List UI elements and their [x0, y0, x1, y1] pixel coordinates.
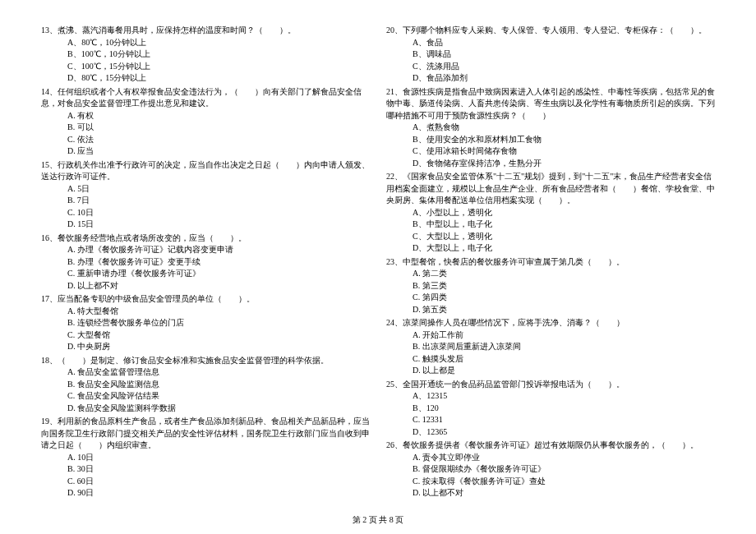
option-item: A. 办理《餐饮服务许可证》记载内容变更申请: [67, 244, 370, 256]
option-item: C、洗涤用品: [413, 61, 715, 73]
option-item: C. 重新申请办理《餐饮服务许可证》: [67, 268, 370, 280]
options-list: A、小型以上，透明化B、中型以上，电子化C、大型以上，透明化D、大型以上，电子化: [386, 207, 715, 255]
option-item: C、大型以上，透明化: [413, 231, 715, 243]
option-item: D. 以上都是: [413, 365, 715, 377]
option-item: A. 开始工作前: [413, 329, 715, 342]
option-item: B. 连锁经营餐饮服务单位的门店: [67, 317, 370, 329]
options-list: A. 食品安全监督管理信息B. 食品安全风险监测信息C. 食品安全风险评估结果D…: [41, 366, 370, 414]
question-text: 26、餐饮服务提供者《餐饮服务许可证》超过有效期限仍从事餐饮服务的，（ ）。: [386, 440, 715, 452]
question-text: 21、食源性疾病是指食品中致病因素进入人体引起的感染性、中毒性等疾病，包括常见的…: [386, 86, 715, 122]
option-item: C. 60日: [67, 476, 370, 488]
option-item: B、中型以上，电子化: [413, 219, 715, 231]
option-item: C. 按未取得《餐饮服务许可证》查处: [413, 476, 715, 488]
option-item: C、100℃，15分钟以上: [67, 61, 370, 73]
options-list: A. 10日B. 30日C. 60日D. 90日: [41, 452, 370, 499]
option-item: D、食物储存室保持洁净，生熟分开: [413, 158, 715, 170]
option-item: B. 食品安全风险监测信息: [67, 379, 370, 391]
option-item: C. 12331: [413, 414, 715, 426]
option-item: B. 可以: [67, 122, 370, 134]
option-item: C. 依法: [67, 134, 370, 146]
question-text: 19、利用新的食品原料生产食品，或者生产食品添加剂新品种、食品相关产品新品种，应…: [41, 416, 370, 452]
options-list: A. 办理《餐饮服务许可证》记载内容变更申请B. 办理《餐饮服务许可证》变更手续…: [41, 244, 370, 292]
option-item: D、食品添加剂: [413, 72, 715, 85]
question-20: 20、下列哪个物料应专人采购、专人保管、专人领用、专人登记、专柜保存：（ ）。A…: [386, 25, 715, 85]
question-text: 13、煮沸、蒸汽消毒餐用具时，应保持怎样的温度和时间？（ ）。: [41, 25, 370, 37]
option-item: A. 第二类: [413, 268, 715, 280]
option-item: C. 第四类: [413, 292, 715, 304]
question-26: 26、餐饮服务提供者《餐饮服务许可证》超过有效期限仍从事餐饮服务的，（ ）。A.…: [386, 440, 715, 499]
options-list: A. 有权B. 可以C. 依法D. 应当: [41, 110, 370, 158]
question-14: 14、任何组织或者个人有权举报食品安全违法行为，（ ）向有关部门了解食品安全信息…: [41, 86, 370, 158]
option-item: D. 15日: [67, 219, 370, 231]
question-13: 13、煮沸、蒸汽消毒餐用具时，应保持怎样的温度和时间？（ ）。A、80℃，10分…: [41, 25, 370, 85]
option-item: B. 出凉菜间后重新进入凉菜间: [413, 341, 715, 353]
document-content: 13、煮沸、蒸汽消毒餐用具时，应保持怎样的温度和时间？（ ）。A、80℃，10分…: [41, 25, 715, 501]
options-list: A. 5日B. 7日C. 10日D. 15日: [41, 183, 370, 231]
option-item: A. 有权: [67, 110, 370, 122]
option-item: D. 第五类: [413, 304, 715, 316]
options-list: A. 特大型餐馆B. 连锁经营餐饮服务单位的门店C. 大型餐馆D. 中央厨房: [41, 306, 370, 353]
left-column: 13、煮沸、蒸汽消毒餐用具时，应保持怎样的温度和时间？（ ）。A、80℃，10分…: [41, 25, 370, 501]
question-text: 23、中型餐馆，快餐店的餐饮服务许可审查属于第几类（ ）。: [386, 256, 715, 269]
option-item: B. 第三类: [413, 280, 715, 292]
question-15: 15、行政机关作出准予行政许可的决定，应当自作出决定之日起（ ）内向申请人颁发、…: [41, 159, 370, 231]
option-item: D. 中央厨房: [67, 341, 370, 353]
options-list: A、80℃，10分钟以上B、100℃，10分钟以上C、100℃，15分钟以上D、…: [41, 37, 370, 85]
option-item: C. 10日: [67, 207, 370, 219]
option-item: C. 食品安全风险评估结果: [67, 390, 370, 403]
option-item: B. 督促限期续办《餐饮服务许可证》: [413, 463, 715, 476]
options-list: A. 责令其立即停业B. 督促限期续办《餐饮服务许可证》C. 按未取得《餐饮服务…: [386, 452, 715, 499]
option-item: C. 触摸头发后: [413, 353, 715, 366]
question-text: 15、行政机关作出准予行政许可的决定，应当自作出决定之日起（ ）内向申请人颁发、…: [41, 159, 370, 183]
option-item: A、煮熟食物: [413, 122, 715, 134]
option-item: A、食品: [413, 37, 715, 49]
option-item: A. 10日: [67, 452, 370, 464]
option-item: A. 食品安全监督管理信息: [67, 366, 370, 379]
option-item: B、100℃，10分钟以上: [67, 48, 370, 61]
option-item: B、120: [413, 403, 715, 415]
option-item: D. 食品安全风险监测科学数据: [67, 403, 370, 415]
question-19: 19、利用新的食品原料生产食品，或者生产食品添加剂新品种、食品相关产品新品种，应…: [41, 416, 370, 499]
option-item: A. 特大型餐馆: [67, 306, 370, 318]
option-item: D、大型以上，电子化: [413, 242, 715, 255]
option-item: B. 30日: [67, 463, 370, 476]
option-item: B、使用安全的水和原材料加工食物: [413, 134, 715, 146]
question-text: 14、任何组织或者个人有权举报食品安全违法行为，（ ）向有关部门了解食品安全信息…: [41, 86, 370, 110]
option-item: A、小型以上，透明化: [413, 207, 715, 219]
question-text: 22、《国家食品安全监管体系"十二五"规划》提到，到"十二五"末，食品生产经营者…: [386, 171, 715, 207]
options-list: A、食品B、调味品C、洗涤用品D、食品添加剂: [386, 37, 715, 85]
option-item: A、12315: [413, 390, 715, 403]
right-column: 20、下列哪个物料应专人采购、专人保管、专人领用、专人登记、专柜保存：（ ）。A…: [386, 25, 715, 501]
option-item: D. 应当: [67, 145, 370, 158]
question-text: 25、全国开通统一的食品药品监管部门投诉举报电话为（ ）。: [386, 379, 715, 391]
question-text: 16、餐饮服务经营地点或者场所改变的，应当（ ）。: [41, 232, 370, 245]
question-25: 25、全国开通统一的食品药品监管部门投诉举报电话为（ ）。A、12315B、12…: [386, 379, 715, 439]
page-footer: 第 2 页 共 8 页: [0, 514, 756, 526]
option-item: B、调味品: [413, 48, 715, 61]
question-21: 21、食源性疾病是指食品中致病因素进入人体引起的感染性、中毒性等疾病，包括常见的…: [386, 86, 715, 170]
question-23: 23、中型餐馆，快餐店的餐饮服务许可审查属于第几类（ ）。A. 第二类B. 第三…: [386, 256, 715, 316]
question-22: 22、《国家食品安全监管体系"十二五"规划》提到，到"十二五"末，食品生产经营者…: [386, 171, 715, 255]
question-18: 18、（ ）是制定、修订食品安全标准和实施食品安全监督管理的科学依据。A. 食品…: [41, 355, 370, 415]
question-24: 24、凉菜间操作人员在哪些情况下，应将手洗净、消毒？（ ）A. 开始工作前B. …: [386, 317, 715, 377]
question-text: 24、凉菜间操作人员在哪些情况下，应将手洗净、消毒？（ ）: [386, 317, 715, 329]
option-item: A、80℃，10分钟以上: [67, 37, 370, 49]
option-item: D、80℃，15分钟以上: [67, 72, 370, 85]
option-item: A. 责令其立即停业: [413, 452, 715, 464]
option-item: D. 以上都不对: [413, 487, 715, 499]
question-text: 18、（ ）是制定、修订食品安全标准和实施食品安全监督管理的科学依据。: [41, 355, 370, 367]
question-17: 17、应当配备专职的中级食品安全管理员的单位（ ）。A. 特大型餐馆B. 连锁经…: [41, 293, 370, 353]
option-item: D. 以上都不对: [67, 280, 370, 292]
option-item: C、使用冰箱长时间储存食物: [413, 145, 715, 158]
options-list: A. 第二类B. 第三类C. 第四类D. 第五类: [386, 268, 715, 315]
options-list: A. 开始工作前B. 出凉菜间后重新进入凉菜间C. 触摸头发后D. 以上都是: [386, 329, 715, 377]
question-text: 20、下列哪个物料应专人采购、专人保管、专人领用、专人登记、专柜保存：（ ）。: [386, 25, 715, 37]
options-list: A、12315B、120C. 12331D、12365: [386, 390, 715, 438]
option-item: C. 大型餐馆: [67, 329, 370, 342]
question-16: 16、餐饮服务经营地点或者场所改变的，应当（ ）。A. 办理《餐饮服务许可证》记…: [41, 232, 370, 292]
option-item: B. 办理《餐饮服务许可证》变更手续: [67, 256, 370, 269]
question-text: 17、应当配备专职的中级食品安全管理员的单位（ ）。: [41, 293, 370, 306]
option-item: B. 7日: [67, 195, 370, 207]
options-list: A、煮熟食物B、使用安全的水和原材料加工食物C、使用冰箱长时间储存食物D、食物储…: [386, 122, 715, 169]
option-item: D、12365: [413, 426, 715, 439]
